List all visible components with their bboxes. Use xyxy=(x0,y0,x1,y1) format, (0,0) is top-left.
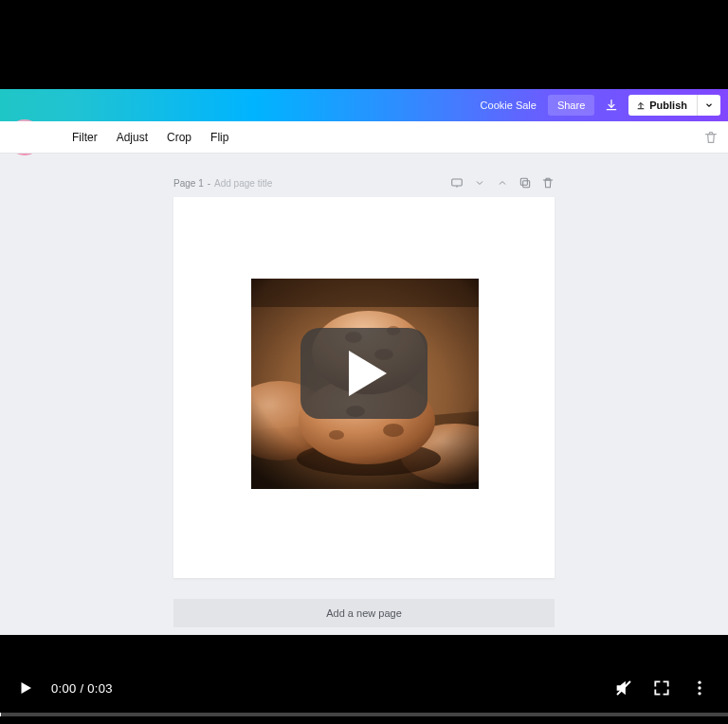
chevron-down-icon xyxy=(474,177,485,189)
svg-point-20 xyxy=(698,692,701,695)
cookie-image[interactable] xyxy=(251,279,479,489)
fullscreen-icon xyxy=(652,679,671,697)
svg-rect-2 xyxy=(520,178,527,185)
svg-rect-16 xyxy=(251,279,479,489)
publish-icon xyxy=(636,100,646,110)
canvas-area: Page 1 - Add page title xyxy=(0,154,728,635)
publish-label: Publish xyxy=(649,100,687,111)
delete-page-button[interactable] xyxy=(541,176,555,190)
download-icon xyxy=(605,99,618,112)
more-vertical-icon xyxy=(690,679,709,697)
video-controls: 0:00 / 0:03 xyxy=(0,656,728,724)
page-actions xyxy=(450,176,555,190)
publish-button[interactable]: Publish xyxy=(628,95,697,116)
play-button[interactable] xyxy=(17,679,36,697)
trash-icon xyxy=(703,130,719,145)
more-options-button[interactable] xyxy=(688,677,711,699)
mute-button[interactable] xyxy=(612,677,635,699)
cookie-photo-illustration xyxy=(251,279,479,489)
copy-icon xyxy=(519,176,532,190)
page-title-placeholder: Add page title xyxy=(214,178,272,189)
adjust-button[interactable]: Adjust xyxy=(117,131,148,144)
progress-bar[interactable] xyxy=(0,713,728,716)
publish-group: Publish xyxy=(628,95,720,116)
share-button[interactable]: Share xyxy=(548,95,594,116)
presentation-icon xyxy=(450,176,464,190)
chevron-down-icon xyxy=(704,100,714,110)
svg-rect-1 xyxy=(523,181,530,188)
add-page-button[interactable]: Add a new page xyxy=(173,599,555,627)
image-toolbar: Filter Adjust Crop Flip xyxy=(0,121,728,154)
move-up-button[interactable] xyxy=(496,176,509,190)
volume-muted-icon xyxy=(613,678,634,698)
delete-button[interactable] xyxy=(703,130,719,145)
play-icon xyxy=(17,679,34,697)
app-header: Cookie Sale Share Publish xyxy=(0,89,728,121)
crop-button[interactable]: Crop xyxy=(167,131,191,144)
svg-point-19 xyxy=(698,686,701,689)
svg-rect-17 xyxy=(251,279,479,307)
video-player-frame: Cookie Sale Share Publish Effects Filter xyxy=(0,0,728,724)
current-time: 0:00 xyxy=(51,681,77,696)
time-separator: / xyxy=(77,681,88,696)
svg-point-18 xyxy=(698,681,701,684)
move-down-button[interactable] xyxy=(473,176,486,190)
canva-app: Cookie Sale Share Publish Effects Filter xyxy=(0,89,728,635)
publish-dropdown[interactable] xyxy=(697,95,720,116)
letterbox-bottom: 0:00 / 0:03 xyxy=(0,635,728,724)
duplicate-page-button[interactable] xyxy=(519,176,532,190)
letterbox-top xyxy=(0,0,728,89)
svg-rect-0 xyxy=(452,179,463,186)
notes-button[interactable] xyxy=(450,176,464,190)
trash-icon xyxy=(541,176,555,190)
download-button[interactable] xyxy=(600,94,623,117)
chevron-up-icon xyxy=(497,177,508,189)
page-title-group[interactable]: Page 1 - Add page title xyxy=(173,178,272,189)
fullscreen-button[interactable] xyxy=(650,677,673,699)
time-display: 0:00 / 0:03 xyxy=(51,681,113,696)
page-header: Page 1 - Add page title xyxy=(173,172,555,193)
design-page[interactable] xyxy=(173,197,555,578)
project-name[interactable]: Cookie Sale xyxy=(475,100,542,111)
page-title-separator: - xyxy=(208,178,210,189)
filter-button[interactable]: Filter xyxy=(72,131,98,144)
flip-button[interactable]: Flip xyxy=(210,131,228,144)
toolbar-right xyxy=(703,130,719,145)
add-page-label: Add a new page xyxy=(326,607,402,619)
duration: 0:03 xyxy=(87,681,113,696)
page-number: Page 1 xyxy=(173,178,204,189)
